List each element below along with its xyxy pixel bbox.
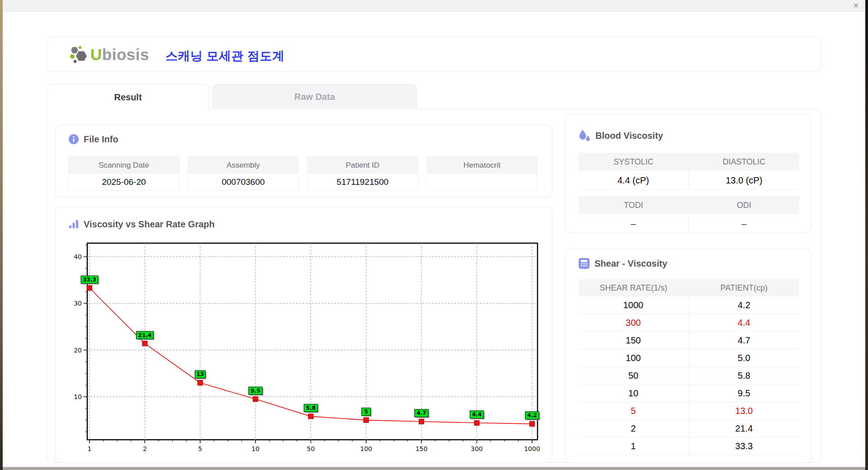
logo-text-rest: biosis [102, 46, 149, 63]
field-label: Assembly [188, 156, 299, 174]
graph-card: Viscosity vs Shear Rate Graph 1020304012… [55, 207, 552, 463]
blood-viscosity-label: TODI [578, 196, 689, 214]
blood-viscosity-group: SYSTOLICDIASTOLIC4.4 (cP)13.0 (cP) [578, 153, 799, 190]
field-label: Patient ID [307, 156, 418, 174]
svg-text:13: 13 [196, 371, 204, 377]
page-title: 스캐닝 모세관 점도계 [165, 48, 285, 64]
table-cell: 1000 [578, 296, 689, 314]
table-cell: 2 [578, 420, 689, 437]
table-cell: 13.0 [689, 402, 800, 419]
table-cell: 10 [578, 385, 689, 402]
svg-text:33.3: 33.3 [83, 277, 96, 283]
table-row: 1504.7 [578, 332, 799, 349]
blood-viscosity-label: ODI [689, 196, 800, 214]
blood-viscosity-label: SYSTOLIC [578, 153, 689, 171]
blood-viscosity-title: Blood Viscosity [595, 131, 663, 141]
info-icon [68, 134, 79, 145]
blood-viscosity-value: – [578, 214, 689, 233]
shear-viscosity-title: Shear - Viscosity [594, 258, 667, 269]
blood-viscosity-group: TODIODI–– [578, 196, 799, 233]
close-icon[interactable]: ✕ [853, 1, 859, 10]
table-cell: 9.5 [689, 385, 800, 402]
table-row: 3004.4 [578, 314, 799, 332]
field-value: 000703600 [188, 174, 299, 191]
file-info-field: Assembly000703600 [188, 156, 299, 191]
table-cell: 5.8 [689, 367, 800, 384]
column-header: PATIENT(cp) [689, 279, 800, 296]
svg-text:5.8: 5.8 [306, 405, 316, 411]
blood-viscosity-value: 13.0 (cP) [689, 171, 800, 190]
window-titlebar: ✕ [3, 0, 865, 12]
logo-letter-u: U [90, 46, 102, 63]
shear-table-header: SHEAR RATE(1/s)PATIENT(cp) [578, 279, 799, 296]
svg-text:2: 2 [143, 445, 147, 452]
svg-text:30: 30 [74, 300, 82, 307]
viscosity-chart: 102030401251050100150300100033.321.4139.… [56, 207, 553, 463]
field-label: Hematocrit [426, 156, 538, 174]
blood-viscosity-value-row: –– [578, 214, 799, 233]
table-cell: 300 [578, 314, 689, 331]
blood-viscosity-label: DIASTOLIC [689, 153, 800, 171]
svg-text:1000: 1000 [524, 445, 540, 452]
table-cell: 1 [578, 437, 689, 455]
table-cell: 5.0 [689, 349, 800, 367]
table-cell: 4.4 [689, 314, 800, 331]
tab-raw-data[interactable]: Raw Data [212, 84, 417, 109]
blood-viscosity-table: SYSTOLICDIASTOLIC4.4 (cP)13.0 (cP)TODIOD… [578, 153, 799, 240]
file-info-title: File Info [84, 134, 118, 145]
field-value [426, 174, 538, 191]
blood-viscosity-label-row: SYSTOLICDIASTOLIC [578, 153, 799, 171]
svg-text:100: 100 [360, 445, 373, 452]
tab-result[interactable]: Result [47, 84, 209, 110]
table-cell: 4.2 [689, 296, 800, 314]
svg-text:4.4: 4.4 [472, 411, 481, 418]
svg-text:10: 10 [74, 393, 82, 400]
app-window: ✕ Ubiosis 스캐닝 모세관 점도계 Result Raw Data [0, 0, 868, 470]
blood-viscosity-value: 4.4 (cP) [578, 171, 689, 190]
svg-text:4.7: 4.7 [417, 410, 426, 416]
svg-text:4.2: 4.2 [527, 412, 537, 418]
file-info-field: Hematocrit [426, 156, 538, 191]
blood-viscosity-card: Blood Viscosity SYSTOLICDIASTOLIC4.4 (cP… [565, 114, 811, 233]
svg-text:50: 50 [307, 445, 315, 452]
table-row: 1005.0 [578, 349, 799, 367]
table-cell: 50 [578, 367, 689, 384]
svg-text:21.4: 21.4 [138, 332, 152, 338]
table-row: 513.0 [578, 402, 799, 420]
desktop-edge-left [0, 0, 3, 470]
svg-text:150: 150 [415, 445, 428, 452]
table-row: 505.8 [578, 367, 799, 385]
window-bottom-edge [0, 467, 868, 470]
file-info-field: Patient ID51711921500 [307, 156, 418, 191]
ubiosis-logo: Ubiosis [69, 45, 149, 64]
table-cell: 21.4 [689, 420, 800, 437]
table-cell: 5 [578, 402, 689, 419]
calculator-icon [578, 258, 590, 269]
logo-text: Ubiosis [90, 46, 149, 64]
file-info-fields: Scanning Date2025-06-20Assembly000703600… [68, 156, 538, 191]
file-info-card: File Info Scanning Date2025-06-20Assembl… [55, 125, 552, 197]
shear-table-body: 10004.23004.41504.71005.0505.8109.5513.0… [578, 296, 799, 455]
table-row: 221.4 [578, 420, 799, 437]
svg-text:5: 5 [198, 445, 202, 452]
desktop-edge-right [865, 0, 868, 470]
field-value: 2025-06-20 [68, 174, 179, 191]
field-value: 51711921500 [307, 174, 418, 191]
header-card: Ubiosis 스캐닝 모세관 점도계 [47, 37, 821, 72]
logo-hexagons-icon [69, 45, 88, 64]
shear-viscosity-card: Shear - Viscosity SHEAR RATE(1/s)PATIENT… [565, 249, 811, 463]
shear-table: SHEAR RATE(1/s)PATIENT(cp) 10004.23004.4… [578, 279, 799, 455]
droplets-icon [578, 129, 591, 142]
svg-text:5: 5 [364, 409, 368, 415]
table-cell: 33.3 [689, 437, 800, 455]
table-row: 133.3 [578, 437, 799, 455]
table-cell: 100 [578, 349, 689, 367]
column-header: SHEAR RATE(1/s) [578, 279, 689, 296]
table-cell: 4.7 [689, 332, 800, 349]
field-label: Scanning Date [68, 156, 179, 174]
svg-text:20: 20 [74, 347, 82, 354]
blood-viscosity-label-row: TODIODI [578, 196, 799, 214]
svg-text:1: 1 [88, 445, 92, 452]
file-info-field: Scanning Date2025-06-20 [68, 156, 179, 191]
svg-text:10: 10 [251, 445, 259, 452]
